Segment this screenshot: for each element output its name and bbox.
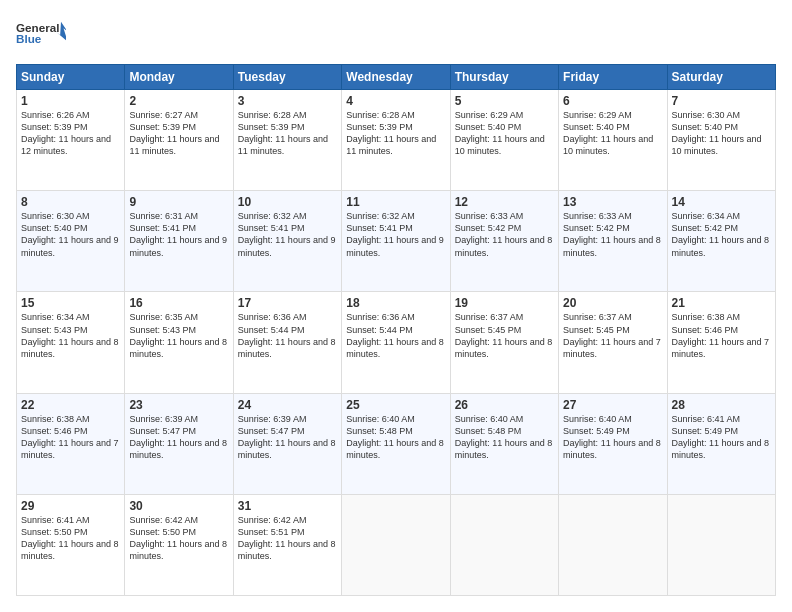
sunset-label: Sunset: 5:39 PM	[346, 122, 413, 132]
day-info: Sunrise: 6:42 AM Sunset: 5:51 PM Dayligh…	[238, 514, 337, 563]
table-cell: 13 Sunrise: 6:33 AM Sunset: 5:42 PM Dayl…	[559, 191, 667, 292]
daylight-label: Daylight: 11 hours and 8 minutes.	[455, 337, 553, 359]
day-number: 26	[455, 398, 554, 412]
table-cell: 15 Sunrise: 6:34 AM Sunset: 5:43 PM Dayl…	[17, 292, 125, 393]
calendar-header-row: Sunday Monday Tuesday Wednesday Thursday…	[17, 65, 776, 90]
daylight-label: Daylight: 11 hours and 8 minutes.	[21, 539, 119, 561]
day-number: 29	[21, 499, 120, 513]
sunset-label: Sunset: 5:42 PM	[455, 223, 522, 233]
table-cell: 19 Sunrise: 6:37 AM Sunset: 5:45 PM Dayl…	[450, 292, 558, 393]
day-info: Sunrise: 6:40 AM Sunset: 5:48 PM Dayligh…	[455, 413, 554, 462]
sunrise-label: Sunrise: 6:27 AM	[129, 110, 198, 120]
daylight-label: Daylight: 11 hours and 8 minutes.	[129, 438, 227, 460]
header: General Blue	[16, 16, 776, 54]
table-cell: 6 Sunrise: 6:29 AM Sunset: 5:40 PM Dayli…	[559, 90, 667, 191]
daylight-label: Daylight: 11 hours and 8 minutes.	[21, 337, 119, 359]
day-info: Sunrise: 6:38 AM Sunset: 5:46 PM Dayligh…	[672, 311, 771, 360]
daylight-label: Daylight: 11 hours and 10 minutes.	[672, 134, 762, 156]
day-info: Sunrise: 6:27 AM Sunset: 5:39 PM Dayligh…	[129, 109, 228, 158]
sunrise-label: Sunrise: 6:42 AM	[238, 515, 307, 525]
sunrise-label: Sunrise: 6:34 AM	[21, 312, 90, 322]
daylight-label: Daylight: 11 hours and 7 minutes.	[563, 337, 661, 359]
calendar-table: Sunday Monday Tuesday Wednesday Thursday…	[16, 64, 776, 596]
table-cell	[450, 494, 558, 595]
day-number: 22	[21, 398, 120, 412]
daylight-label: Daylight: 11 hours and 8 minutes.	[455, 235, 553, 257]
day-info: Sunrise: 6:30 AM Sunset: 5:40 PM Dayligh…	[672, 109, 771, 158]
sunset-label: Sunset: 5:39 PM	[129, 122, 196, 132]
sunrise-label: Sunrise: 6:40 AM	[346, 414, 415, 424]
table-cell: 27 Sunrise: 6:40 AM Sunset: 5:49 PM Dayl…	[559, 393, 667, 494]
sunrise-label: Sunrise: 6:30 AM	[672, 110, 741, 120]
logo: General Blue	[16, 16, 66, 54]
daylight-label: Daylight: 11 hours and 7 minutes.	[21, 438, 119, 460]
table-cell	[559, 494, 667, 595]
day-info: Sunrise: 6:42 AM Sunset: 5:50 PM Dayligh…	[129, 514, 228, 563]
svg-text:Blue: Blue	[16, 32, 42, 45]
table-cell: 25 Sunrise: 6:40 AM Sunset: 5:48 PM Dayl…	[342, 393, 450, 494]
sunrise-label: Sunrise: 6:40 AM	[455, 414, 524, 424]
day-info: Sunrise: 6:40 AM Sunset: 5:48 PM Dayligh…	[346, 413, 445, 462]
sunrise-label: Sunrise: 6:26 AM	[21, 110, 90, 120]
sunrise-label: Sunrise: 6:32 AM	[346, 211, 415, 221]
daylight-label: Daylight: 11 hours and 8 minutes.	[455, 438, 553, 460]
sunset-label: Sunset: 5:40 PM	[455, 122, 522, 132]
daylight-label: Daylight: 11 hours and 9 minutes.	[129, 235, 227, 257]
daylight-label: Daylight: 11 hours and 8 minutes.	[346, 337, 444, 359]
daylight-label: Daylight: 11 hours and 12 minutes.	[21, 134, 111, 156]
col-wednesday: Wednesday	[342, 65, 450, 90]
day-number: 1	[21, 94, 120, 108]
table-cell: 3 Sunrise: 6:28 AM Sunset: 5:39 PM Dayli…	[233, 90, 341, 191]
sunrise-label: Sunrise: 6:33 AM	[455, 211, 524, 221]
sunrise-label: Sunrise: 6:28 AM	[238, 110, 307, 120]
col-thursday: Thursday	[450, 65, 558, 90]
day-info: Sunrise: 6:32 AM Sunset: 5:41 PM Dayligh…	[238, 210, 337, 259]
day-info: Sunrise: 6:31 AM Sunset: 5:41 PM Dayligh…	[129, 210, 228, 259]
daylight-label: Daylight: 11 hours and 10 minutes.	[563, 134, 653, 156]
day-info: Sunrise: 6:34 AM Sunset: 5:43 PM Dayligh…	[21, 311, 120, 360]
daylight-label: Daylight: 11 hours and 11 minutes.	[346, 134, 436, 156]
col-monday: Monday	[125, 65, 233, 90]
table-cell: 14 Sunrise: 6:34 AM Sunset: 5:42 PM Dayl…	[667, 191, 775, 292]
table-cell: 21 Sunrise: 6:38 AM Sunset: 5:46 PM Dayl…	[667, 292, 775, 393]
day-number: 30	[129, 499, 228, 513]
sunset-label: Sunset: 5:42 PM	[563, 223, 630, 233]
table-cell: 31 Sunrise: 6:42 AM Sunset: 5:51 PM Dayl…	[233, 494, 341, 595]
sunrise-label: Sunrise: 6:31 AM	[129, 211, 198, 221]
day-info: Sunrise: 6:39 AM Sunset: 5:47 PM Dayligh…	[129, 413, 228, 462]
day-info: Sunrise: 6:29 AM Sunset: 5:40 PM Dayligh…	[455, 109, 554, 158]
sunset-label: Sunset: 5:47 PM	[129, 426, 196, 436]
table-cell: 18 Sunrise: 6:36 AM Sunset: 5:44 PM Dayl…	[342, 292, 450, 393]
sunrise-label: Sunrise: 6:41 AM	[672, 414, 741, 424]
day-number: 9	[129, 195, 228, 209]
day-info: Sunrise: 6:33 AM Sunset: 5:42 PM Dayligh…	[563, 210, 662, 259]
sunset-label: Sunset: 5:40 PM	[672, 122, 739, 132]
day-number: 7	[672, 94, 771, 108]
sunset-label: Sunset: 5:46 PM	[672, 325, 739, 335]
sunrise-label: Sunrise: 6:32 AM	[238, 211, 307, 221]
day-info: Sunrise: 6:36 AM Sunset: 5:44 PM Dayligh…	[238, 311, 337, 360]
sunrise-label: Sunrise: 6:36 AM	[238, 312, 307, 322]
calendar-week-row: 29 Sunrise: 6:41 AM Sunset: 5:50 PM Dayl…	[17, 494, 776, 595]
sunset-label: Sunset: 5:48 PM	[346, 426, 413, 436]
sunset-label: Sunset: 5:50 PM	[129, 527, 196, 537]
table-cell: 1 Sunrise: 6:26 AM Sunset: 5:39 PM Dayli…	[17, 90, 125, 191]
day-number: 13	[563, 195, 662, 209]
day-number: 8	[21, 195, 120, 209]
daylight-label: Daylight: 11 hours and 9 minutes.	[21, 235, 119, 257]
day-number: 21	[672, 296, 771, 310]
sunrise-label: Sunrise: 6:41 AM	[21, 515, 90, 525]
logo-svg: General Blue	[16, 16, 66, 54]
day-number: 14	[672, 195, 771, 209]
sunset-label: Sunset: 5:40 PM	[563, 122, 630, 132]
table-cell: 7 Sunrise: 6:30 AM Sunset: 5:40 PM Dayli…	[667, 90, 775, 191]
table-cell: 28 Sunrise: 6:41 AM Sunset: 5:49 PM Dayl…	[667, 393, 775, 494]
day-number: 16	[129, 296, 228, 310]
table-cell: 8 Sunrise: 6:30 AM Sunset: 5:40 PM Dayli…	[17, 191, 125, 292]
sunset-label: Sunset: 5:46 PM	[21, 426, 88, 436]
sunset-label: Sunset: 5:48 PM	[455, 426, 522, 436]
day-number: 18	[346, 296, 445, 310]
day-info: Sunrise: 6:32 AM Sunset: 5:41 PM Dayligh…	[346, 210, 445, 259]
day-info: Sunrise: 6:28 AM Sunset: 5:39 PM Dayligh…	[238, 109, 337, 158]
table-cell: 30 Sunrise: 6:42 AM Sunset: 5:50 PM Dayl…	[125, 494, 233, 595]
